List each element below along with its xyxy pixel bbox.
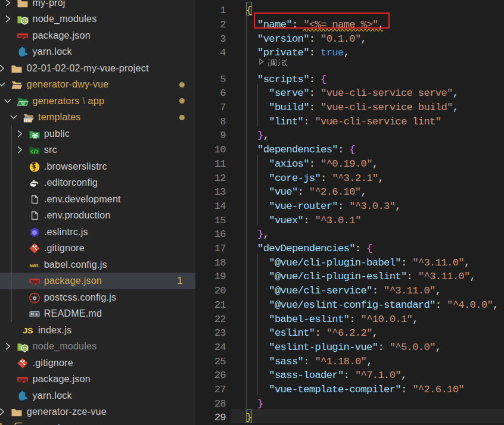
- svg-text:npm: npm: [18, 377, 27, 382]
- svg-text:npm: npm: [18, 33, 27, 38]
- svg-text:npm: npm: [30, 279, 38, 284]
- svg-text:BABEL: BABEL: [29, 262, 39, 267]
- svg-text:JS: JS: [23, 19, 27, 23]
- svg-text:JS: JS: [23, 326, 33, 335]
- svg-text:JS: JS: [23, 346, 27, 350]
